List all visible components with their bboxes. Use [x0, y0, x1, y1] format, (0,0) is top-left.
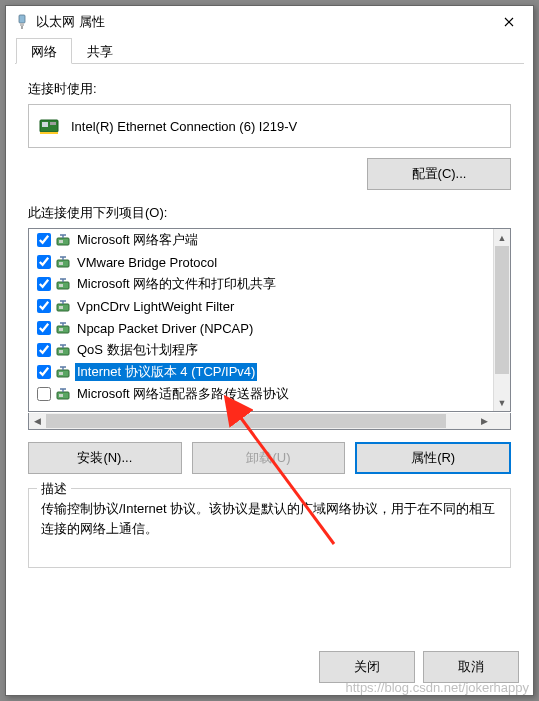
description-group: 描述 传输控制协议/Internet 协议。该协议是默认的广域网络协议，用于在不… [28, 488, 511, 568]
items-label: 此连接使用下列项目(O): [28, 204, 511, 222]
components-list[interactable]: Microsoft 网络客户端VMware Bridge ProtocolMic… [28, 228, 511, 412]
uninstall-button: 卸载(U) [192, 442, 346, 474]
properties-button[interactable]: 属性(R) [355, 442, 511, 474]
component-label: Microsoft 网络客户端 [75, 231, 200, 249]
network-plug-icon [14, 14, 30, 30]
component-label: VpnCDrv LightWeight Filter [75, 299, 236, 314]
svg-rect-0 [19, 15, 25, 23]
install-button[interactable]: 安装(N)... [28, 442, 182, 474]
svg-rect-16 [59, 328, 63, 331]
adapter-name: Intel(R) Ethernet Connection (6) I219-V [71, 119, 297, 134]
component-icon [55, 386, 71, 402]
list-item[interactable]: Npcap Packet Driver (NPCAP) [29, 317, 493, 339]
svg-rect-10 [59, 262, 63, 265]
svg-rect-12 [59, 284, 63, 287]
component-label: Npcap Packet Driver (NPCAP) [75, 321, 255, 336]
svg-rect-4 [42, 122, 48, 127]
component-checkbox[interactable] [37, 277, 51, 291]
component-icon [55, 232, 71, 248]
hscroll-thumb[interactable] [46, 414, 446, 428]
tab-content: 连接时使用: Intel(R) Ethernet Connection (6) … [6, 64, 533, 578]
ethernet-properties-dialog: 以太网 属性 网络 共享 连接时使用: Intel(R) Ethernet Co… [5, 5, 534, 696]
scroll-down-icon[interactable]: ▼ [494, 394, 510, 411]
scroll-left-icon[interactable]: ◀ [29, 413, 46, 429]
tab-network[interactable]: 网络 [16, 38, 72, 64]
nic-icon [39, 117, 61, 135]
list-item[interactable]: VpnCDrv LightWeight Filter [29, 295, 493, 317]
window-title: 以太网 属性 [36, 13, 489, 31]
component-icon [55, 298, 71, 314]
cancel-button[interactable]: 取消 [423, 651, 519, 683]
close-dialog-button[interactable]: 关闭 [319, 651, 415, 683]
svg-rect-20 [59, 372, 63, 375]
svg-rect-22 [59, 394, 63, 397]
component-label: Internet 协议版本 4 (TCP/IPv4) [75, 363, 257, 381]
component-checkbox[interactable] [37, 255, 51, 269]
connect-using-label: 连接时使用: [28, 80, 511, 98]
vscroll-thumb[interactable] [495, 246, 509, 374]
component-icon [55, 276, 71, 292]
close-button[interactable] [489, 8, 529, 36]
svg-rect-6 [40, 132, 58, 134]
svg-rect-14 [59, 306, 63, 309]
component-checkbox[interactable] [37, 321, 51, 335]
component-icon [55, 342, 71, 358]
component-checkbox[interactable] [37, 233, 51, 247]
svg-rect-5 [50, 122, 56, 125]
svg-rect-1 [20, 23, 24, 26]
component-label: VMware Bridge Protocol [75, 255, 219, 270]
list-item[interactable]: Microsoft 网络的文件和打印机共享 [29, 273, 493, 295]
svg-rect-18 [59, 350, 63, 353]
component-icon [55, 320, 71, 336]
tab-sharing[interactable]: 共享 [72, 38, 128, 64]
component-label: Microsoft 网络的文件和打印机共享 [75, 275, 278, 293]
adapter-box: Intel(R) Ethernet Connection (6) I219-V [28, 104, 511, 148]
component-icon [55, 254, 71, 270]
scroll-up-icon[interactable]: ▲ [494, 229, 510, 246]
list-item[interactable]: Microsoft 网络适配器多路传送器协议 [29, 383, 493, 405]
component-checkbox[interactable] [37, 365, 51, 379]
component-label: Microsoft 网络适配器多路传送器协议 [75, 385, 291, 403]
component-checkbox[interactable] [37, 299, 51, 313]
configure-button[interactable]: 配置(C)... [367, 158, 511, 190]
list-item[interactable]: VMware Bridge Protocol [29, 251, 493, 273]
horizontal-scrollbar[interactable]: ◀ ▶ [28, 413, 511, 430]
component-checkbox[interactable] [37, 343, 51, 357]
list-item[interactable]: QoS 数据包计划程序 [29, 339, 493, 361]
component-checkbox[interactable] [37, 387, 51, 401]
component-icon [55, 364, 71, 380]
description-text: 传输控制协议/Internet 协议。该协议是默认的广域网络协议，用于在不同的相… [41, 499, 498, 538]
list-item[interactable]: Microsoft 网络客户端 [29, 229, 493, 251]
component-label: QoS 数据包计划程序 [75, 341, 200, 359]
scroll-right-icon[interactable]: ▶ [476, 413, 493, 429]
svg-rect-8 [59, 240, 63, 243]
tab-strip: 网络 共享 [6, 38, 533, 64]
scroll-corner [493, 413, 510, 429]
titlebar: 以太网 属性 [6, 6, 533, 38]
vertical-scrollbar[interactable]: ▲ ▼ [493, 229, 510, 411]
list-item[interactable]: Internet 协议版本 4 (TCP/IPv4) [29, 361, 493, 383]
description-legend: 描述 [37, 480, 71, 498]
